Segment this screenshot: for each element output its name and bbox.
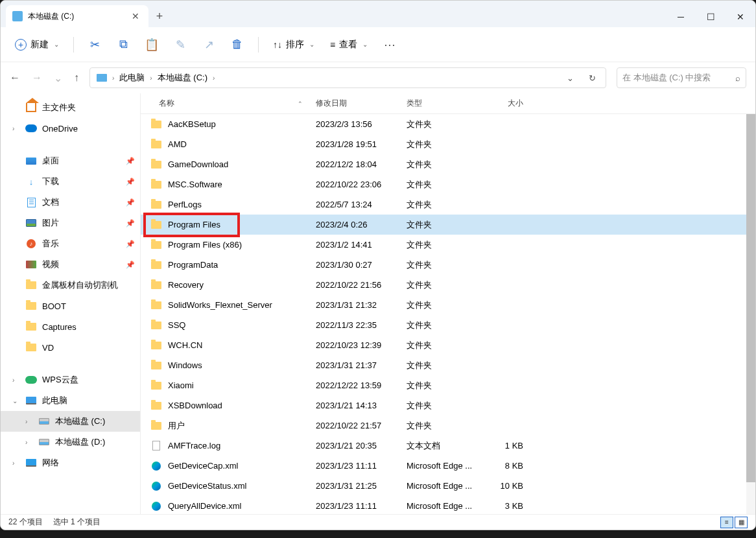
file-type: 文件夹 [400,179,484,191]
sidebar-home[interactable]: 主文件夹 [1,97,140,118]
folder-icon [150,199,163,211]
sidebar-music[interactable]: ♪音乐📌 [1,233,140,254]
folder-icon [150,299,163,311]
scroll-thumb[interactable] [746,114,755,482]
status-bar: 22 个项目 选中 1 个项目 ≡ ▦ [1,514,755,530]
file-row[interactable]: MSC.Software2022/10/22 23:06文件夹 [141,174,755,194]
folder-icon [25,301,37,311]
file-row[interactable]: WCH.CN2022/10/23 12:39文件夹 [141,335,755,355]
details-view-button[interactable]: ≡ [720,517,733,528]
breadcrumb-pc[interactable]: 此电脑 [115,69,148,86]
sidebar-desktop[interactable]: 桌面📌 [1,150,140,171]
file-row[interactable]: AMD2023/1/28 19:51文件夹 [141,134,755,154]
folder-icon [150,259,163,271]
sidebar-captures[interactable]: Captures [1,316,140,337]
tab-active[interactable]: 本地磁盘 (C:) ✕ [6,5,148,27]
share-icon[interactable]: ↗ [196,32,222,58]
file-row[interactable]: GetDeviceStatus.xml2023/1/31 21:25Micros… [141,476,755,496]
file-date: 2022/12/22 13:59 [309,380,400,390]
folder-icon [25,322,37,332]
expand-icon[interactable]: › [12,460,14,467]
music-icon: ♪ [25,239,37,249]
column-date[interactable]: 修改日期 [309,98,400,109]
file-row[interactable]: GameDownload2022/12/2 18:04文件夹 [141,154,755,174]
view-button[interactable]: ≡ 查看 ⌄ [324,35,374,54]
expand-icon[interactable]: › [12,125,14,132]
sidebar-cut-machine[interactable]: 金属板材自动切割机 [1,275,140,296]
sidebar-downloads[interactable]: ↓下载📌 [1,171,140,192]
file-row[interactable]: PerfLogs2022/5/7 13:24文件夹 [141,194,755,215]
expand-icon[interactable]: ⌄ [12,397,18,404]
titlebar: 本地磁盘 (C:) ✕ + ─ ☐ ✕ [1,1,755,27]
separator [258,37,259,53]
search-input[interactable]: 在 本地磁盘 (C:) 中搜索 ⌕ [617,67,746,88]
address-bar[interactable]: › 此电脑 › 本地磁盘 (C:) › ⌄ ↻ [89,67,606,88]
sidebar-vd[interactable]: VD [1,337,140,358]
file-row[interactable]: Windows2023/1/31 21:37文件夹 [141,355,755,375]
file-row[interactable]: Program Files2023/2/4 0:26文件夹 [141,215,755,235]
file-row[interactable]: SSQ2022/11/3 22:35文件夹 [141,315,755,335]
sidebar-drive-c[interactable]: ›本地磁盘 (C:) [1,411,140,432]
cut-icon[interactable]: ✂ [82,32,108,58]
column-type[interactable]: 类型 [400,98,484,109]
chevron-right-icon[interactable]: › [213,75,215,82]
sidebar-network[interactable]: ›网络 [1,452,140,473]
sidebar-documents[interactable]: 文档📌 [1,192,140,213]
expand-icon[interactable]: › [25,439,27,446]
sidebar-boot[interactable]: BOOT [1,296,140,316]
refresh-button[interactable]: ↻ [581,68,603,88]
file-row[interactable]: AMFTrace.log2023/1/21 20:35文本文档1 KB [141,436,755,456]
file-row[interactable]: ProgramData2023/1/30 0:27文件夹 [141,255,755,275]
file-row[interactable]: AacKBSetup2023/2/3 13:56文件夹 [141,114,755,134]
close-button[interactable]: ✕ [726,6,755,27]
new-tab-button[interactable]: + [148,5,171,27]
breadcrumb-drive[interactable]: 本地磁盘 (C:) [154,69,211,86]
file-date: 2023/2/4 0:26 [309,220,400,229]
up-button[interactable]: ↑ [74,72,79,84]
file-row[interactable]: Program Files (x86)2023/1/2 14:41文件夹 [141,235,755,255]
file-list[interactable]: AacKBSetup2023/2/3 13:56文件夹AMD2023/1/28 … [141,114,755,514]
delete-icon[interactable]: 🗑 [224,32,250,58]
file-row[interactable]: QueryAllDevice.xml2023/1/23 11:11Microso… [141,496,755,514]
column-size[interactable]: 大小 [484,98,530,109]
dropdown-button[interactable]: ⌄ [559,68,581,88]
nav-buttons: ← → ⌄ ↑ [10,72,79,84]
rename-icon[interactable]: ✎ [167,32,193,58]
file-row[interactable]: 用户2022/10/22 21:57文件夹 [141,415,755,436]
scrollbar[interactable] [746,114,755,514]
file-row[interactable]: XSBDownload2023/1/21 14:13文件夹 [141,395,755,415]
chevron-right-icon[interactable]: › [112,75,114,82]
sidebar-wps[interactable]: ›WPS云盘 [1,369,140,390]
chevron-right-icon[interactable]: › [150,75,152,82]
recent-button[interactable]: ⌄ [54,72,62,84]
sidebar-pictures[interactable]: 图片📌 [1,213,140,233]
forward-button[interactable]: → [32,72,42,84]
sort-button[interactable]: ↑↓ 排序 ⌄ [266,35,321,54]
maximize-button[interactable]: ☐ [696,6,726,27]
file-row[interactable]: SolidWorks_Flexnet_Server2023/1/31 21:32… [141,295,755,315]
sidebar-this-pc[interactable]: ⌄此电脑 [1,390,140,411]
file-row[interactable]: Recovery2022/10/22 21:56文件夹 [141,275,755,295]
pin-icon: 📌 [126,219,135,228]
file-row[interactable]: GetDeviceCap.xml2023/1/23 11:11Microsoft… [141,456,755,476]
paste-icon[interactable]: 📋 [139,32,165,58]
copy-icon[interactable]: ⧉ [110,32,136,58]
tiles-view-button[interactable]: ▦ [735,517,748,528]
back-button[interactable]: ← [10,72,20,84]
file-type: Microsoft Edge ... [400,481,484,491]
breadcrumb-root[interactable] [93,71,111,84]
separator [73,37,74,53]
column-name[interactable]: 名称⌃ [141,98,309,109]
file-name: Windows [168,360,309,370]
tab-close-icon[interactable]: ✕ [129,11,142,21]
drive-icon [12,11,23,21]
expand-icon[interactable]: › [12,377,14,384]
more-icon[interactable]: ⋯ [377,32,403,58]
sidebar-drive-d[interactable]: ›本地磁盘 (D:) [1,432,140,452]
file-row[interactable]: Xiaomi2022/12/22 13:59文件夹 [141,375,755,395]
new-button[interactable]: + 新建 ⌄ [8,35,65,54]
sidebar-onedrive[interactable]: ›OneDrive [1,118,140,139]
expand-icon[interactable]: › [25,418,27,425]
minimize-button[interactable]: ─ [666,6,696,27]
sidebar-videos[interactable]: 视频📌 [1,254,140,275]
